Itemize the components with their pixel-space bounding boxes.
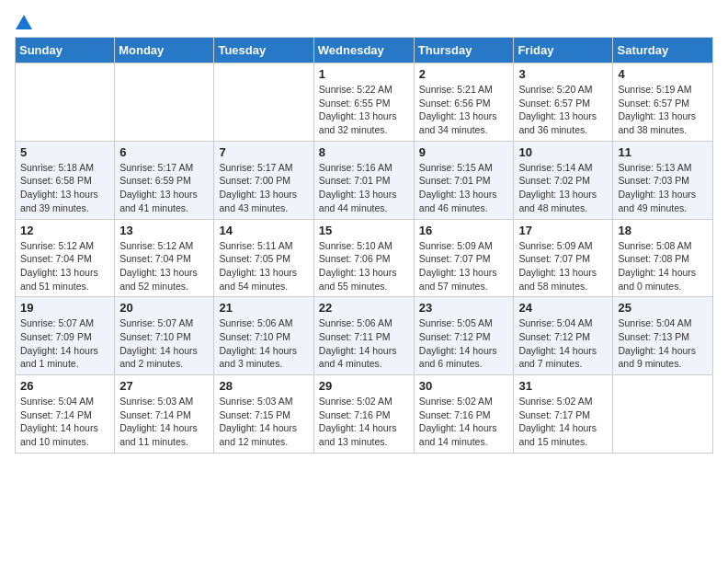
calendar-cell: [16, 63, 115, 142]
calendar-week-row: 19Sunrise: 5:07 AM Sunset: 7:09 PM Dayli…: [16, 297, 713, 375]
calendar-cell: 29Sunrise: 5:02 AM Sunset: 7:16 PM Dayli…: [313, 375, 414, 454]
day-info: Sunrise: 5:12 AM Sunset: 7:04 PM Dayligh…: [119, 239, 209, 293]
day-info: Sunrise: 5:06 AM Sunset: 7:11 PM Dayligh…: [319, 316, 409, 371]
day-info: Sunrise: 5:09 AM Sunset: 7:07 PM Dayligh…: [518, 239, 608, 293]
logo: [15, 15, 32, 29]
day-info: Sunrise: 5:21 AM Sunset: 6:56 PM Dayligh…: [419, 83, 509, 137]
day-number: 20: [119, 301, 209, 315]
day-number: 7: [219, 145, 308, 159]
calendar-table: SundayMondayTuesdayWednesdayThursdayFrid…: [15, 37, 713, 454]
calendar-cell: 15Sunrise: 5:10 AM Sunset: 7:06 PM Dayli…: [313, 219, 414, 297]
day-number: 1: [319, 67, 409, 81]
day-number: 24: [518, 301, 608, 315]
calendar-cell: 19Sunrise: 5:07 AM Sunset: 7:09 PM Dayli…: [16, 297, 115, 375]
calendar-cell: 16Sunrise: 5:09 AM Sunset: 7:07 PM Dayli…: [414, 219, 514, 297]
calendar-cell: 3Sunrise: 5:20 AM Sunset: 6:57 PM Daylig…: [514, 63, 613, 142]
day-info: Sunrise: 5:06 AM Sunset: 7:10 PM Dayligh…: [219, 316, 308, 371]
day-info: Sunrise: 5:02 AM Sunset: 7:17 PM Dayligh…: [518, 395, 608, 449]
day-number: 26: [20, 379, 109, 393]
day-info: Sunrise: 5:11 AM Sunset: 7:05 PM Dayligh…: [219, 239, 308, 293]
day-number: 28: [219, 379, 308, 393]
day-number: 4: [618, 67, 708, 81]
calendar-cell: 30Sunrise: 5:02 AM Sunset: 7:16 PM Dayli…: [414, 375, 514, 454]
day-info: Sunrise: 5:10 AM Sunset: 7:06 PM Dayligh…: [319, 239, 409, 293]
day-number: 13: [119, 224, 209, 237]
calendar-cell: 28Sunrise: 5:03 AM Sunset: 7:15 PM Dayli…: [214, 375, 313, 454]
day-info: Sunrise: 5:18 AM Sunset: 6:58 PM Dayligh…: [20, 161, 109, 215]
day-number: 23: [419, 301, 509, 315]
weekday-header: Sunday: [16, 38, 115, 63]
day-number: 5: [20, 145, 109, 159]
calendar-cell: 6Sunrise: 5:17 AM Sunset: 6:59 PM Daylig…: [115, 141, 214, 219]
day-number: 25: [618, 301, 708, 315]
logo-triangle-icon: [16, 15, 32, 29]
calendar-cell: 20Sunrise: 5:07 AM Sunset: 7:10 PM Dayli…: [115, 297, 214, 375]
day-number: 3: [518, 67, 608, 81]
day-info: Sunrise: 5:17 AM Sunset: 6:59 PM Dayligh…: [119, 161, 209, 215]
day-info: Sunrise: 5:20 AM Sunset: 6:57 PM Dayligh…: [518, 83, 608, 137]
day-number: 14: [219, 224, 308, 237]
calendar-week-row: 1Sunrise: 5:22 AM Sunset: 6:55 PM Daylig…: [16, 63, 713, 142]
calendar-cell: 25Sunrise: 5:04 AM Sunset: 7:13 PM Dayli…: [613, 297, 713, 375]
day-number: 2: [419, 67, 509, 81]
day-number: 29: [319, 379, 409, 393]
calendar-cell: [115, 63, 214, 142]
weekday-header: Friday: [514, 38, 613, 63]
day-info: Sunrise: 5:14 AM Sunset: 7:02 PM Dayligh…: [518, 161, 608, 215]
day-info: Sunrise: 5:19 AM Sunset: 6:57 PM Dayligh…: [618, 83, 708, 137]
calendar-cell: 14Sunrise: 5:11 AM Sunset: 7:05 PM Dayli…: [214, 219, 313, 297]
calendar-week-row: 26Sunrise: 5:04 AM Sunset: 7:14 PM Dayli…: [16, 375, 713, 454]
day-info: Sunrise: 5:12 AM Sunset: 7:04 PM Dayligh…: [20, 239, 109, 293]
calendar-cell: 27Sunrise: 5:03 AM Sunset: 7:14 PM Dayli…: [115, 375, 214, 454]
calendar-cell: 12Sunrise: 5:12 AM Sunset: 7:04 PM Dayli…: [16, 219, 115, 297]
day-number: 12: [20, 224, 109, 237]
day-number: 27: [119, 379, 209, 393]
calendar-cell: 17Sunrise: 5:09 AM Sunset: 7:07 PM Dayli…: [514, 219, 613, 297]
weekday-header: Monday: [115, 38, 214, 63]
calendar-cell: 23Sunrise: 5:05 AM Sunset: 7:12 PM Dayli…: [414, 297, 514, 375]
day-number: 22: [319, 301, 409, 315]
calendar-cell: 5Sunrise: 5:18 AM Sunset: 6:58 PM Daylig…: [16, 141, 115, 219]
calendar-cell: 4Sunrise: 5:19 AM Sunset: 6:57 PM Daylig…: [613, 63, 713, 142]
calendar-cell: 10Sunrise: 5:14 AM Sunset: 7:02 PM Dayli…: [514, 141, 613, 219]
calendar-cell: 26Sunrise: 5:04 AM Sunset: 7:14 PM Dayli…: [16, 375, 115, 454]
day-number: 17: [518, 224, 608, 237]
day-info: Sunrise: 5:16 AM Sunset: 7:01 PM Dayligh…: [319, 161, 409, 215]
day-number: 11: [618, 145, 708, 159]
day-info: Sunrise: 5:07 AM Sunset: 7:09 PM Dayligh…: [20, 316, 109, 371]
day-info: Sunrise: 5:09 AM Sunset: 7:07 PM Dayligh…: [419, 239, 509, 293]
day-number: 21: [219, 301, 308, 315]
day-number: 18: [618, 224, 708, 237]
day-info: Sunrise: 5:04 AM Sunset: 7:13 PM Dayligh…: [618, 316, 708, 371]
day-number: 8: [319, 145, 409, 159]
day-info: Sunrise: 5:07 AM Sunset: 7:10 PM Dayligh…: [119, 316, 209, 371]
day-info: Sunrise: 5:05 AM Sunset: 7:12 PM Dayligh…: [419, 316, 509, 371]
day-info: Sunrise: 5:22 AM Sunset: 6:55 PM Dayligh…: [319, 83, 409, 137]
weekday-header: Saturday: [613, 38, 713, 63]
calendar-cell: 21Sunrise: 5:06 AM Sunset: 7:10 PM Dayli…: [214, 297, 313, 375]
calendar-cell: 24Sunrise: 5:04 AM Sunset: 7:12 PM Dayli…: [514, 297, 613, 375]
page-header: [15, 15, 713, 29]
day-info: Sunrise: 5:17 AM Sunset: 7:00 PM Dayligh…: [219, 161, 308, 215]
calendar-cell: 8Sunrise: 5:16 AM Sunset: 7:01 PM Daylig…: [313, 141, 414, 219]
calendar-cell: 22Sunrise: 5:06 AM Sunset: 7:11 PM Dayli…: [313, 297, 414, 375]
day-info: Sunrise: 5:04 AM Sunset: 7:12 PM Dayligh…: [518, 316, 608, 371]
weekday-header: Thursday: [414, 38, 514, 63]
day-number: 15: [319, 224, 409, 237]
calendar-cell: 9Sunrise: 5:15 AM Sunset: 7:01 PM Daylig…: [414, 141, 514, 219]
day-number: 6: [119, 145, 209, 159]
day-info: Sunrise: 5:02 AM Sunset: 7:16 PM Dayligh…: [319, 395, 409, 449]
day-info: Sunrise: 5:13 AM Sunset: 7:03 PM Dayligh…: [618, 161, 708, 215]
weekday-header: Tuesday: [214, 38, 313, 63]
calendar-header-row: SundayMondayTuesdayWednesdayThursdayFrid…: [16, 38, 713, 63]
day-info: Sunrise: 5:03 AM Sunset: 7:15 PM Dayligh…: [219, 395, 308, 449]
calendar-cell: 11Sunrise: 5:13 AM Sunset: 7:03 PM Dayli…: [613, 141, 713, 219]
day-info: Sunrise: 5:02 AM Sunset: 7:16 PM Dayligh…: [419, 395, 509, 449]
weekday-header: Wednesday: [313, 38, 414, 63]
calendar-week-row: 5Sunrise: 5:18 AM Sunset: 6:58 PM Daylig…: [16, 141, 713, 219]
calendar-cell: 7Sunrise: 5:17 AM Sunset: 7:00 PM Daylig…: [214, 141, 313, 219]
calendar-week-row: 12Sunrise: 5:12 AM Sunset: 7:04 PM Dayli…: [16, 219, 713, 297]
calendar-cell: 31Sunrise: 5:02 AM Sunset: 7:17 PM Dayli…: [514, 375, 613, 454]
day-info: Sunrise: 5:03 AM Sunset: 7:14 PM Dayligh…: [119, 395, 209, 449]
day-number: 30: [419, 379, 509, 393]
